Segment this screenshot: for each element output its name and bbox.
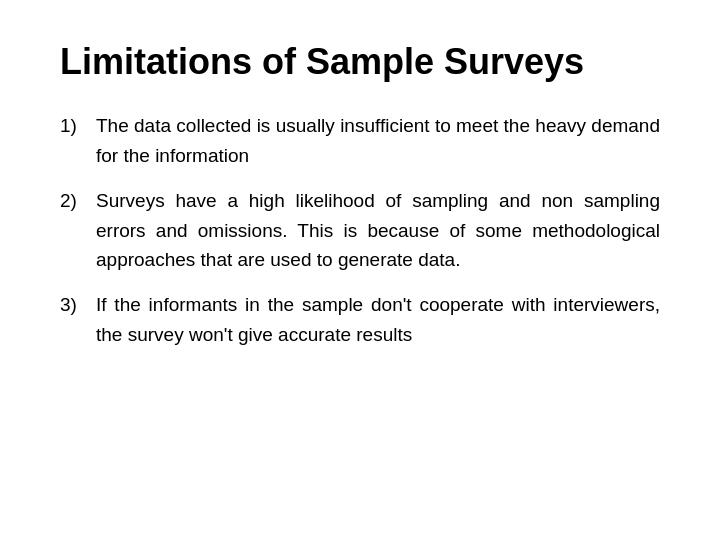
list-number-2: 2) — [60, 186, 88, 215]
list-item: 1) The data collected is usually insuffi… — [60, 111, 660, 170]
list-item: 2) Surveys have a high likelihood of sam… — [60, 186, 660, 274]
list-number-3: 3) — [60, 290, 88, 319]
slide-title: Limitations of Sample Surveys — [60, 40, 660, 83]
content-area: 1) The data collected is usually insuffi… — [60, 111, 660, 500]
list-text-2: Surveys have a high likelihood of sampli… — [96, 186, 660, 274]
list-number-1: 1) — [60, 111, 88, 140]
list-text-3: If the informants in the sample don't co… — [96, 290, 660, 349]
list-item: 3) If the informants in the sample don't… — [60, 290, 660, 349]
list-text-1: The data collected is usually insufficie… — [96, 111, 660, 170]
slide: Limitations of Sample Surveys 1) The dat… — [0, 0, 720, 540]
